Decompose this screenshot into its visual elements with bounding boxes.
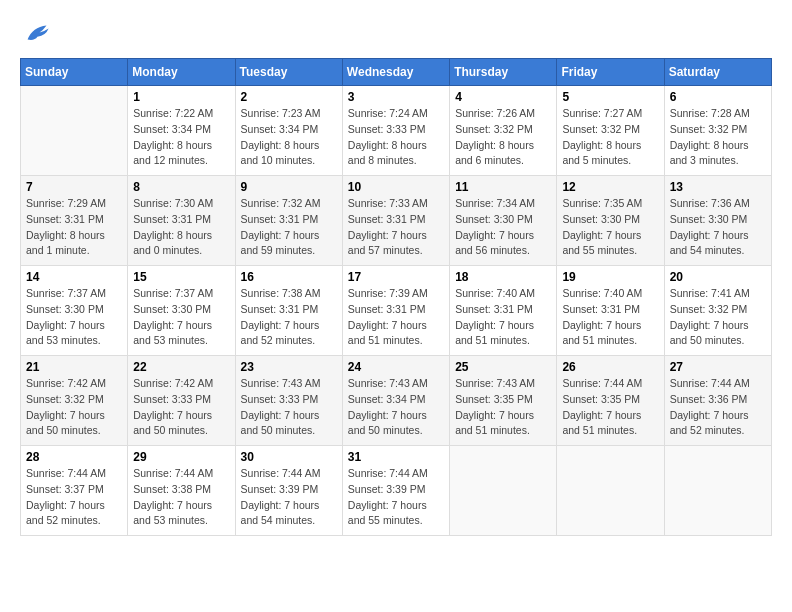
calendar-cell: 18Sunrise: 7:40 AMSunset: 3:31 PMDayligh… — [450, 266, 557, 356]
calendar-cell — [557, 446, 664, 536]
calendar-cell: 24Sunrise: 7:43 AMSunset: 3:34 PMDayligh… — [342, 356, 449, 446]
weekday-header: Sunday — [21, 59, 128, 86]
calendar-week-row: 14Sunrise: 7:37 AMSunset: 3:30 PMDayligh… — [21, 266, 772, 356]
calendar-cell: 9Sunrise: 7:32 AMSunset: 3:31 PMDaylight… — [235, 176, 342, 266]
day-number: 8 — [133, 180, 229, 194]
day-info: Sunrise: 7:43 AMSunset: 3:34 PMDaylight:… — [348, 376, 444, 439]
calendar-week-row: 1Sunrise: 7:22 AMSunset: 3:34 PMDaylight… — [21, 86, 772, 176]
day-number: 31 — [348, 450, 444, 464]
calendar-cell: 16Sunrise: 7:38 AMSunset: 3:31 PMDayligh… — [235, 266, 342, 356]
calendar-week-row: 21Sunrise: 7:42 AMSunset: 3:32 PMDayligh… — [21, 356, 772, 446]
day-info: Sunrise: 7:44 AMSunset: 3:37 PMDaylight:… — [26, 466, 122, 529]
day-number: 15 — [133, 270, 229, 284]
calendar-cell: 15Sunrise: 7:37 AMSunset: 3:30 PMDayligh… — [128, 266, 235, 356]
calendar-cell: 26Sunrise: 7:44 AMSunset: 3:35 PMDayligh… — [557, 356, 664, 446]
weekday-header: Tuesday — [235, 59, 342, 86]
day-info: Sunrise: 7:37 AMSunset: 3:30 PMDaylight:… — [133, 286, 229, 349]
calendar-week-row: 28Sunrise: 7:44 AMSunset: 3:37 PMDayligh… — [21, 446, 772, 536]
day-number: 26 — [562, 360, 658, 374]
day-info: Sunrise: 7:43 AMSunset: 3:33 PMDaylight:… — [241, 376, 337, 439]
calendar-cell: 12Sunrise: 7:35 AMSunset: 3:30 PMDayligh… — [557, 176, 664, 266]
day-info: Sunrise: 7:44 AMSunset: 3:38 PMDaylight:… — [133, 466, 229, 529]
day-number: 7 — [26, 180, 122, 194]
calendar-cell — [664, 446, 771, 536]
day-number: 12 — [562, 180, 658, 194]
day-info: Sunrise: 7:44 AMSunset: 3:36 PMDaylight:… — [670, 376, 766, 439]
day-info: Sunrise: 7:44 AMSunset: 3:39 PMDaylight:… — [241, 466, 337, 529]
day-number: 20 — [670, 270, 766, 284]
day-number: 18 — [455, 270, 551, 284]
day-number: 13 — [670, 180, 766, 194]
day-number: 10 — [348, 180, 444, 194]
calendar-cell: 3Sunrise: 7:24 AMSunset: 3:33 PMDaylight… — [342, 86, 449, 176]
calendar-cell: 28Sunrise: 7:44 AMSunset: 3:37 PMDayligh… — [21, 446, 128, 536]
weekday-header: Monday — [128, 59, 235, 86]
calendar-cell: 1Sunrise: 7:22 AMSunset: 3:34 PMDaylight… — [128, 86, 235, 176]
day-info: Sunrise: 7:29 AMSunset: 3:31 PMDaylight:… — [26, 196, 122, 259]
weekday-header: Friday — [557, 59, 664, 86]
day-info: Sunrise: 7:32 AMSunset: 3:31 PMDaylight:… — [241, 196, 337, 259]
day-number: 2 — [241, 90, 337, 104]
day-info: Sunrise: 7:33 AMSunset: 3:31 PMDaylight:… — [348, 196, 444, 259]
day-info: Sunrise: 7:44 AMSunset: 3:35 PMDaylight:… — [562, 376, 658, 439]
calendar-cell: 10Sunrise: 7:33 AMSunset: 3:31 PMDayligh… — [342, 176, 449, 266]
calendar-cell: 31Sunrise: 7:44 AMSunset: 3:39 PMDayligh… — [342, 446, 449, 536]
day-info: Sunrise: 7:43 AMSunset: 3:35 PMDaylight:… — [455, 376, 551, 439]
calendar-cell: 8Sunrise: 7:30 AMSunset: 3:31 PMDaylight… — [128, 176, 235, 266]
day-number: 25 — [455, 360, 551, 374]
page-header — [20, 20, 772, 48]
day-info: Sunrise: 7:44 AMSunset: 3:39 PMDaylight:… — [348, 466, 444, 529]
day-number: 19 — [562, 270, 658, 284]
calendar-cell: 14Sunrise: 7:37 AMSunset: 3:30 PMDayligh… — [21, 266, 128, 356]
calendar-cell — [450, 446, 557, 536]
calendar-cell: 17Sunrise: 7:39 AMSunset: 3:31 PMDayligh… — [342, 266, 449, 356]
day-number: 17 — [348, 270, 444, 284]
calendar-cell: 23Sunrise: 7:43 AMSunset: 3:33 PMDayligh… — [235, 356, 342, 446]
calendar-cell: 19Sunrise: 7:40 AMSunset: 3:31 PMDayligh… — [557, 266, 664, 356]
day-number: 4 — [455, 90, 551, 104]
day-info: Sunrise: 7:39 AMSunset: 3:31 PMDaylight:… — [348, 286, 444, 349]
day-info: Sunrise: 7:27 AMSunset: 3:32 PMDaylight:… — [562, 106, 658, 169]
day-number: 23 — [241, 360, 337, 374]
day-info: Sunrise: 7:30 AMSunset: 3:31 PMDaylight:… — [133, 196, 229, 259]
day-info: Sunrise: 7:26 AMSunset: 3:32 PMDaylight:… — [455, 106, 551, 169]
calendar-cell: 22Sunrise: 7:42 AMSunset: 3:33 PMDayligh… — [128, 356, 235, 446]
day-info: Sunrise: 7:40 AMSunset: 3:31 PMDaylight:… — [562, 286, 658, 349]
day-number: 27 — [670, 360, 766, 374]
day-number: 21 — [26, 360, 122, 374]
calendar-cell: 30Sunrise: 7:44 AMSunset: 3:39 PMDayligh… — [235, 446, 342, 536]
calendar-cell: 25Sunrise: 7:43 AMSunset: 3:35 PMDayligh… — [450, 356, 557, 446]
day-info: Sunrise: 7:42 AMSunset: 3:32 PMDaylight:… — [26, 376, 122, 439]
day-info: Sunrise: 7:35 AMSunset: 3:30 PMDaylight:… — [562, 196, 658, 259]
calendar-cell: 5Sunrise: 7:27 AMSunset: 3:32 PMDaylight… — [557, 86, 664, 176]
day-number: 24 — [348, 360, 444, 374]
day-number: 29 — [133, 450, 229, 464]
day-number: 6 — [670, 90, 766, 104]
calendar-cell: 11Sunrise: 7:34 AMSunset: 3:30 PMDayligh… — [450, 176, 557, 266]
day-info: Sunrise: 7:38 AMSunset: 3:31 PMDaylight:… — [241, 286, 337, 349]
day-number: 11 — [455, 180, 551, 194]
day-info: Sunrise: 7:23 AMSunset: 3:34 PMDaylight:… — [241, 106, 337, 169]
weekday-header: Thursday — [450, 59, 557, 86]
calendar-cell: 27Sunrise: 7:44 AMSunset: 3:36 PMDayligh… — [664, 356, 771, 446]
logo-bird-icon — [22, 20, 50, 48]
day-number: 1 — [133, 90, 229, 104]
weekday-header: Saturday — [664, 59, 771, 86]
day-info: Sunrise: 7:36 AMSunset: 3:30 PMDaylight:… — [670, 196, 766, 259]
day-info: Sunrise: 7:37 AMSunset: 3:30 PMDaylight:… — [26, 286, 122, 349]
calendar-cell: 21Sunrise: 7:42 AMSunset: 3:32 PMDayligh… — [21, 356, 128, 446]
weekday-header: Wednesday — [342, 59, 449, 86]
day-number: 3 — [348, 90, 444, 104]
day-info: Sunrise: 7:22 AMSunset: 3:34 PMDaylight:… — [133, 106, 229, 169]
day-info: Sunrise: 7:40 AMSunset: 3:31 PMDaylight:… — [455, 286, 551, 349]
calendar-cell: 2Sunrise: 7:23 AMSunset: 3:34 PMDaylight… — [235, 86, 342, 176]
day-info: Sunrise: 7:42 AMSunset: 3:33 PMDaylight:… — [133, 376, 229, 439]
day-info: Sunrise: 7:34 AMSunset: 3:30 PMDaylight:… — [455, 196, 551, 259]
calendar-cell — [21, 86, 128, 176]
calendar-cell: 29Sunrise: 7:44 AMSunset: 3:38 PMDayligh… — [128, 446, 235, 536]
calendar-week-row: 7Sunrise: 7:29 AMSunset: 3:31 PMDaylight… — [21, 176, 772, 266]
day-number: 9 — [241, 180, 337, 194]
day-number: 30 — [241, 450, 337, 464]
day-number: 5 — [562, 90, 658, 104]
day-info: Sunrise: 7:24 AMSunset: 3:33 PMDaylight:… — [348, 106, 444, 169]
